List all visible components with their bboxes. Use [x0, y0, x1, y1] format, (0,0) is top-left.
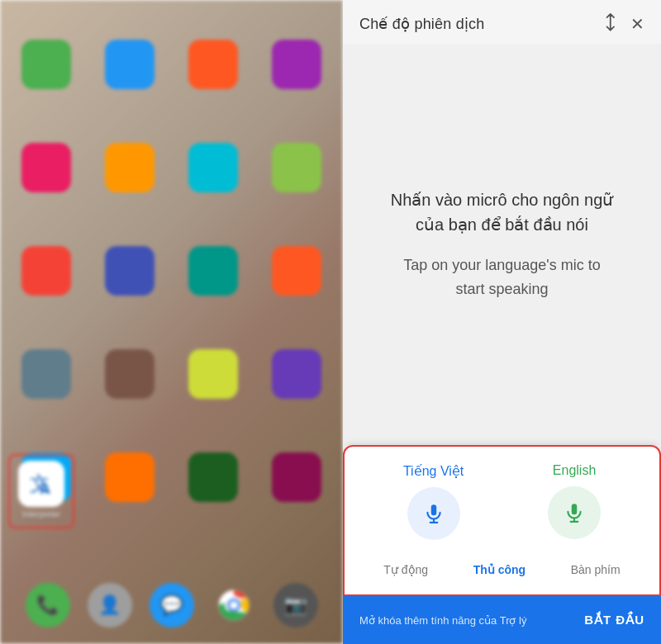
dock-chrome-icon[interactable]	[212, 583, 256, 627]
bg-app-icon	[105, 349, 155, 399]
eng-mic-button[interactable]	[548, 486, 601, 539]
bg-app-icon	[272, 143, 321, 192]
bg-app-icon	[21, 143, 71, 192]
bg-app-icon	[105, 40, 155, 89]
close-icon[interactable]: ✕	[630, 14, 644, 34]
viet-mic-button[interactable]	[407, 487, 460, 540]
eng-lang-label: English	[553, 463, 596, 478]
panel-header: Chế độ phiên dịch ✕	[343, 0, 661, 44]
eng-lang-column: English	[548, 463, 601, 539]
dock-messages-icon[interactable]: 💬	[150, 583, 194, 627]
header-icons: ✕	[601, 13, 644, 34]
panel-title: Chế độ phiên dịch	[359, 15, 485, 33]
bg-app-icon	[188, 40, 238, 89]
interpreter-icon-svg: 文 A	[26, 469, 56, 499]
bg-app-icon	[21, 40, 71, 89]
manual-mode-button[interactable]: Thủ công	[467, 560, 532, 580]
bg-app-icon	[105, 246, 155, 296]
language-row: Tiếng Việt English	[361, 463, 643, 540]
dock-camera-icon[interactable]: 📷	[273, 583, 318, 627]
bg-app-icon	[272, 246, 321, 296]
interpreter-widget: Tiếng Việt English	[343, 445, 661, 596]
bg-app-icon	[272, 349, 321, 399]
bg-app-icon	[188, 452, 238, 502]
keyboard-mode-button[interactable]: Bàn phím	[564, 560, 627, 580]
bg-app-icon	[188, 143, 238, 192]
bg-app-icon	[21, 246, 71, 296]
instruction-eng: Tap on your language's mic to start spea…	[403, 253, 601, 301]
auto-mode-button[interactable]: Tự động	[377, 560, 435, 580]
svg-text:A: A	[40, 481, 50, 497]
bg-app-icon	[105, 452, 155, 502]
dock-contacts-icon[interactable]: 👤	[88, 583, 132, 627]
instruction-area: Nhấn vào micrô cho ngôn ngữ của bạn để b…	[343, 44, 661, 445]
bg-app-icon	[272, 40, 321, 89]
bg-app-icon	[21, 349, 71, 399]
bg-app-icon	[105, 143, 155, 192]
dock-phone-icon[interactable]: 📞	[26, 583, 70, 627]
instruction-viet: Nhấn vào micrô cho ngôn ngữ của bạn để b…	[391, 187, 614, 237]
bg-app-icon	[188, 349, 238, 399]
interpreter-app-label: Interpreter	[22, 510, 60, 519]
viet-lang-label: Tiếng Việt	[403, 463, 464, 479]
svg-rect-5	[430, 504, 436, 515]
expand-icon[interactable]	[596, 11, 622, 37]
viet-mic-icon	[423, 503, 445, 524]
eng-mic-icon	[564, 502, 585, 523]
bg-app-icon	[188, 246, 238, 296]
svg-point-4	[230, 601, 238, 609]
start-button[interactable]: BẮT ĐẦU	[584, 613, 644, 627]
interpreter-app-icon[interactable]: 文 A Interpreter	[8, 454, 74, 528]
bottom-bar: Mở khóa thêm tính năng của Trợ lý BẮT ĐẦ…	[343, 596, 661, 644]
mode-row: Tự động Thủ công Bàn phím	[361, 553, 643, 586]
interpreter-panel: Chế độ phiên dịch ✕ Nhấn vào micrô cho n…	[343, 0, 661, 644]
phone-dock: 📞 👤 💬 📷	[0, 583, 343, 627]
interpreter-icon-graphic: 文 A	[18, 461, 64, 507]
viet-lang-column: Tiếng Việt	[403, 463, 464, 540]
svg-rect-8	[572, 504, 578, 514]
bg-app-icon	[272, 452, 321, 502]
bottom-bar-text: Mở khóa thêm tính năng của Trợ lý	[359, 614, 526, 627]
